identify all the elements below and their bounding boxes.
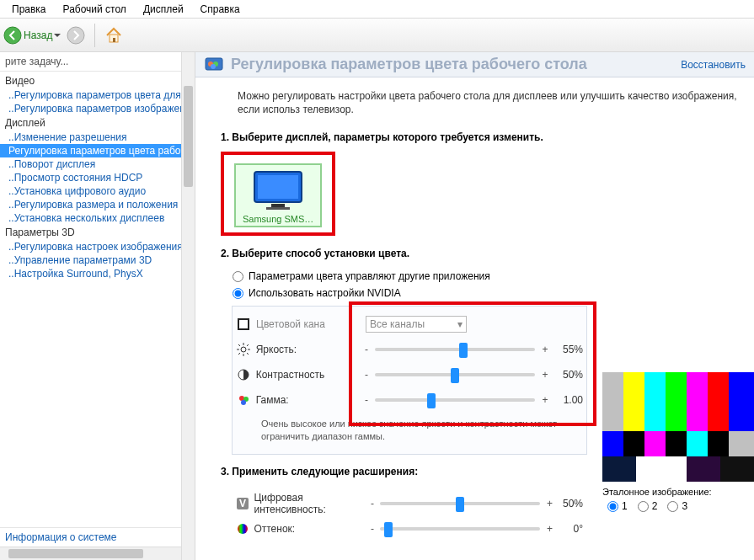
title-icon bbox=[204, 55, 224, 75]
svg-rect-3 bbox=[113, 38, 115, 42]
dropdown-icon[interactable] bbox=[54, 32, 61, 39]
brightness-label: Яркость: bbox=[256, 344, 364, 355]
channel-label: Цветовой кана bbox=[256, 318, 366, 330]
nav-tree: Видео..Регулировка параметров цвета для … bbox=[0, 72, 195, 527]
menu-bar: Правка Рабочий стол Дисплей Справка bbox=[0, 0, 754, 19]
tree-item[interactable]: Регулировка параметров цвета рабочег bbox=[0, 144, 195, 157]
sidebar: рите задачу... Видео..Регулировка параме… bbox=[0, 52, 195, 560]
color-controls-panel: Цветовой кана Все каналы ▾ Яркость: - + … bbox=[233, 307, 586, 454]
svg-rect-41 bbox=[687, 431, 708, 456]
tree-group: Видео bbox=[0, 73, 195, 88]
menu-display[interactable]: Дисплей bbox=[135, 2, 192, 17]
svg-rect-9 bbox=[258, 175, 298, 199]
svg-point-26 bbox=[241, 400, 246, 405]
tree-item[interactable]: ..Регулировка параметров цвета для вид bbox=[0, 88, 195, 102]
ref-opt-1[interactable]: 1 bbox=[607, 500, 628, 512]
vibrance-value: 50% bbox=[554, 498, 583, 509]
svg-rect-46 bbox=[636, 456, 687, 482]
display-selection-box: Samsung SMS… bbox=[221, 152, 335, 236]
svg-line-22 bbox=[247, 344, 249, 346]
svg-text:V: V bbox=[239, 498, 246, 509]
svg-rect-11 bbox=[266, 207, 290, 210]
sidebar-scrollbar-horizontal[interactable] bbox=[0, 547, 181, 560]
hue-value: 0° bbox=[554, 523, 583, 535]
radio-other-apps[interactable]: Параметрами цвета управляют другие прило… bbox=[221, 268, 737, 285]
svg-rect-30 bbox=[602, 372, 623, 431]
home-button[interactable] bbox=[102, 24, 126, 47]
channel-select[interactable]: Все каналы ▾ bbox=[366, 316, 467, 333]
brightness-value: 55% bbox=[550, 344, 583, 355]
display-name: Samsung SMS… bbox=[243, 214, 313, 224]
hue-icon bbox=[236, 521, 249, 536]
display-item-samsung[interactable]: Samsung SMS… bbox=[234, 163, 322, 227]
sidebar-scrollbar-vertical[interactable] bbox=[181, 52, 195, 560]
tree-item[interactable]: ..Просмотр состояния HDCP bbox=[0, 171, 195, 184]
contrast-slider[interactable] bbox=[375, 373, 535, 376]
tree-group: Параметры 3D bbox=[0, 225, 195, 240]
chevron-down-icon: ▾ bbox=[457, 318, 463, 330]
svg-rect-10 bbox=[271, 204, 285, 207]
brightness-icon bbox=[236, 342, 251, 357]
svg-rect-31 bbox=[623, 372, 644, 431]
svg-point-1 bbox=[67, 27, 84, 44]
tree-item[interactable]: ..Поворот дисплея bbox=[0, 157, 195, 171]
hue-label: Оттенок: bbox=[254, 523, 369, 535]
menu-desktop[interactable]: Рабочий стол bbox=[55, 2, 135, 17]
radio-nvidia-label: Использовать настройки NVIDIA bbox=[249, 287, 401, 299]
forward-button[interactable] bbox=[64, 24, 88, 47]
task-header: рите задачу... bbox=[0, 52, 195, 72]
ref-opt-2[interactable]: 2 bbox=[638, 500, 658, 512]
section-select-display: 1. Выберите дисплей, параметры которого … bbox=[195, 123, 754, 239]
svg-point-0 bbox=[4, 27, 21, 44]
svg-point-7 bbox=[211, 64, 216, 69]
svg-rect-43 bbox=[729, 431, 754, 456]
tree-item[interactable]: ..Изменение разрешения bbox=[0, 131, 195, 144]
restore-defaults-link[interactable]: Восстановить bbox=[681, 59, 746, 71]
page-title-strip: Регулировка параметров цвета рабочего ст… bbox=[195, 52, 754, 77]
svg-rect-45 bbox=[602, 456, 636, 482]
tree-item[interactable]: ..Управление параметрами 3D bbox=[0, 253, 195, 267]
svg-rect-40 bbox=[666, 431, 687, 456]
gamma-value: 1.00 bbox=[550, 394, 583, 406]
color-bars-image bbox=[602, 372, 754, 482]
hue-slider[interactable] bbox=[380, 527, 540, 531]
section1-title: 1. Выберите дисплей, параметры которого … bbox=[221, 131, 737, 143]
tree-item[interactable]: ..Установка цифрового аудио bbox=[0, 184, 195, 198]
svg-line-21 bbox=[238, 353, 240, 355]
svg-rect-42 bbox=[708, 431, 729, 456]
vibrance-icon: V bbox=[236, 496, 249, 511]
back-label: Назад bbox=[24, 29, 52, 41]
reference-options: 1 2 3 bbox=[602, 500, 754, 512]
tree-item[interactable]: ..Настройка Surround, PhysX bbox=[0, 267, 195, 280]
svg-rect-34 bbox=[687, 372, 708, 431]
contrast-value: 50% bbox=[550, 369, 583, 381]
ref-opt-3[interactable]: 3 bbox=[667, 500, 687, 512]
tree-item[interactable]: ..Регулировка размера и положения рабо bbox=[0, 198, 195, 211]
menu-help[interactable]: Справка bbox=[192, 2, 249, 17]
reference-preview: Эталонное изображение: 1 2 3 bbox=[602, 372, 754, 512]
svg-rect-33 bbox=[666, 372, 687, 431]
radio-other-apps-label: Параметрами цвета управляют другие прило… bbox=[249, 270, 490, 282]
section2-title: 2. Выберите способ установки цвета. bbox=[221, 248, 737, 259]
tree-item[interactable]: ..Регулировка параметров изображения д bbox=[0, 102, 195, 115]
toolbar: Назад bbox=[0, 19, 754, 52]
svg-rect-39 bbox=[644, 431, 666, 456]
radio-other-apps-input[interactable] bbox=[233, 271, 243, 282]
tree-group: Дисплей bbox=[0, 115, 195, 131]
svg-point-29 bbox=[238, 524, 248, 534]
svg-rect-47 bbox=[687, 456, 720, 482]
page-description: Можно регулировать настройки цвета рабоч… bbox=[195, 77, 754, 123]
system-info-link[interactable]: Информация о системе bbox=[0, 527, 195, 547]
radio-nvidia[interactable]: Использовать настройки NVIDIA bbox=[221, 285, 737, 301]
menu-edit[interactable]: Правка bbox=[3, 2, 55, 17]
tree-item[interactable]: ..Установка нескольких дисплеев bbox=[0, 211, 195, 225]
back-button[interactable]: Назад bbox=[3, 26, 61, 45]
svg-rect-35 bbox=[708, 372, 729, 431]
gamma-hint: Очень высокое или низкое значение яркост… bbox=[236, 413, 583, 444]
vibrance-slider[interactable] bbox=[380, 502, 540, 505]
monitor-icon bbox=[251, 170, 305, 211]
gamma-slider[interactable] bbox=[375, 398, 535, 402]
brightness-slider[interactable] bbox=[375, 348, 535, 351]
radio-nvidia-input[interactable] bbox=[233, 288, 243, 299]
tree-item[interactable]: ..Регулировка настроек изображения с пр bbox=[0, 240, 195, 253]
